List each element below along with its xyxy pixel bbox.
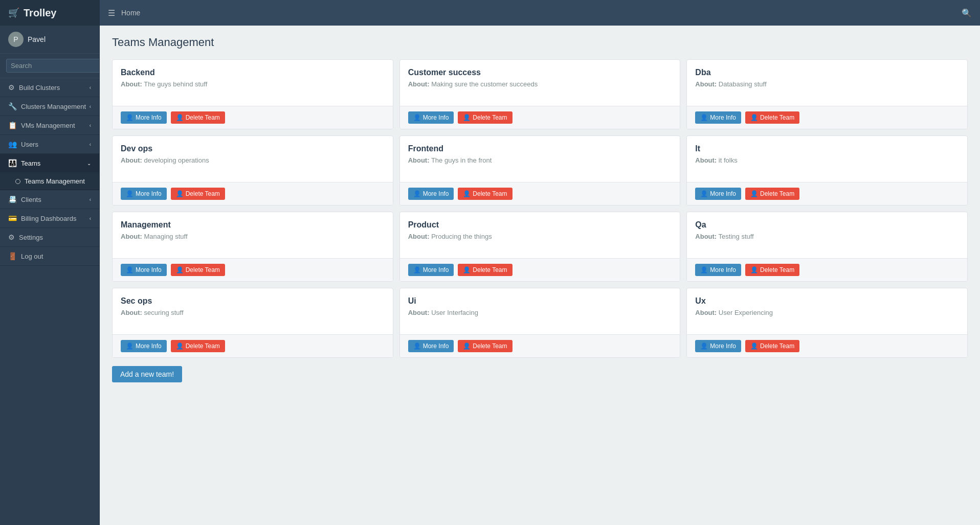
sidebar-item-label: Log out [21,253,43,260]
about-text: Making sure the customer succeeds [431,80,538,88]
about-text: developing operations [144,156,209,164]
team-card-backend: Backend About: The guys behind stuff 👤 M… [112,59,393,129]
about-label: About: [121,309,142,316]
delete-team-button[interactable]: 👤 Delete Team [458,111,512,124]
sidebar-item-billing-dashboards[interactable]: 💳 Billing Dashboards ‹ [0,209,99,228]
delete-team-button[interactable]: 👤 Delete Team [745,188,799,200]
user-icon: 👤 [413,343,421,350]
more-info-button[interactable]: 👤 More Info [121,340,167,352]
username: Pavel [28,35,46,43]
delete-team-button[interactable]: 👤 Delete Team [171,264,225,276]
about-label: About: [695,80,717,88]
team-card-body: Product About: Producing the things [400,212,680,258]
team-name: Ui [408,296,672,306]
sidebar-item-vms-management[interactable]: 📋 VMs Management ‹ [0,116,99,135]
team-name: Sec ops [121,296,385,306]
teams-grid: Backend About: The guys behind stuff 👤 M… [112,59,968,358]
delete-team-button[interactable]: 👤 Delete Team [458,340,512,352]
team-card-body: It About: it folks [687,136,967,182]
more-info-button[interactable]: 👤 More Info [121,111,167,124]
add-team-button[interactable]: Add a new team! [112,366,182,382]
main-content: ☰ Home 🔍 Teams Management Backend About:… [100,0,980,525]
sidebar-item-logout[interactable]: 🚪 Log out [0,247,99,266]
chevron-right-icon: ‹ [90,123,91,128]
team-about: About: it folks [695,156,959,164]
clusters-management-icon: 🔧 [8,102,17,110]
user-icon: 👤 [413,190,421,197]
billing-icon: 💳 [8,214,17,222]
more-info-button[interactable]: 👤 More Info [408,188,454,200]
content-area: Teams Management Backend About: The guys… [100,26,980,525]
about-label: About: [121,80,142,88]
delete-team-button[interactable]: 👤 Delete Team [171,111,225,124]
sidebar-item-settings[interactable]: ⚙ Settings [0,228,99,247]
team-card-body: Management About: Managing stuff [113,212,393,258]
team-card-management: Management About: Managing stuff 👤 More … [112,212,393,282]
about-text: Databasing stuff [719,80,767,88]
delete-icon: 👤 [750,343,758,350]
more-info-button[interactable]: 👤 More Info [121,188,167,200]
team-card-product: Product About: Producing the things 👤 Mo… [399,212,681,282]
team-about: About: securing stuff [121,309,385,316]
team-card-footer: 👤 More Info 👤 Delete Team [687,258,967,281]
team-card-footer: 👤 More Info 👤 Delete Team [113,258,393,281]
sidebar-subitem-teams-management[interactable]: Teams Management [0,173,99,190]
team-card-body: Dba About: Databasing stuff [687,60,967,106]
about-text: User Interfacing [431,309,478,316]
team-about: About: Databasing stuff [695,80,959,88]
sidebar-item-teams[interactable]: 👨‍👩‍👧 Teams ⌄ [0,154,99,173]
team-card-body: Backend About: The guys behind stuff [113,60,393,106]
chevron-right-icon: ‹ [90,142,91,147]
more-info-button[interactable]: 👤 More Info [695,340,741,352]
hamburger-icon[interactable]: ☰ [108,8,115,18]
delete-team-button[interactable]: 👤 Delete Team [171,340,225,352]
team-about: About: developing operations [121,156,385,164]
delete-team-button[interactable]: 👤 Delete Team [745,111,799,124]
more-info-button[interactable]: 👤 More Info [695,264,741,276]
delete-team-button[interactable]: 👤 Delete Team [745,340,799,352]
more-info-button[interactable]: 👤 More Info [695,188,741,200]
team-card-body: Sec ops About: securing stuff [113,288,393,334]
delete-team-button[interactable]: 👤 Delete Team [745,264,799,276]
about-label: About: [695,233,717,240]
more-info-button[interactable]: 👤 More Info [695,111,741,124]
search-input[interactable] [6,59,100,73]
delete-team-button[interactable]: 👤 Delete Team [458,264,512,276]
sidebar-item-label: Billing Dashboards [21,215,76,222]
user-icon: 👤 [126,343,133,350]
delete-team-button[interactable]: 👤 Delete Team [171,188,225,200]
team-about: About: Testing stuff [695,233,959,240]
delete-icon: 👤 [176,343,184,350]
team-card-it: It About: it folks 👤 More Info 👤 Delete … [686,135,968,206]
team-card-dba: Dba About: Databasing stuff 👤 More Info … [686,59,968,129]
topbar-search-icon[interactable]: 🔍 [962,8,972,18]
delete-icon: 👤 [463,114,471,121]
about-label: About: [408,233,430,240]
sidebar-item-users[interactable]: 👥 Users ‹ [0,135,99,154]
settings-icon: ⚙ [8,233,15,241]
topbar: ☰ Home 🔍 [100,0,980,26]
team-name: Ux [695,296,959,306]
sidebar-item-clusters-management[interactable]: 🔧 Clusters Management ‹ [0,97,99,116]
more-info-button[interactable]: 👤 More Info [408,111,454,124]
delete-icon: 👤 [463,266,471,273]
team-card-footer: 👤 More Info 👤 Delete Team [687,334,967,357]
team-card-body: Frontend About: The guys in the front [400,136,680,182]
more-info-button[interactable]: 👤 More Info [408,340,454,352]
about-label: About: [121,233,142,240]
breadcrumb: Home [121,9,140,17]
about-text: Testing stuff [719,233,754,240]
sidebar-item-build-clusters[interactable]: ⚙ Build Clusters ‹ [0,78,99,97]
about-label: About: [408,309,430,316]
team-name: Customer success [408,68,672,77]
clients-icon: 📇 [8,195,17,203]
about-label: About: [408,80,430,88]
team-card-frontend: Frontend About: The guys in the front 👤 … [399,135,681,206]
team-about: About: The guys behind stuff [121,80,385,88]
more-info-button[interactable]: 👤 More Info [408,264,454,276]
delete-icon: 👤 [750,190,758,197]
delete-team-button[interactable]: 👤 Delete Team [458,188,512,200]
sidebar-item-clients[interactable]: 📇 Clients ‹ [0,190,99,209]
team-name: Frontend [408,144,672,153]
more-info-button[interactable]: 👤 More Info [121,264,167,276]
